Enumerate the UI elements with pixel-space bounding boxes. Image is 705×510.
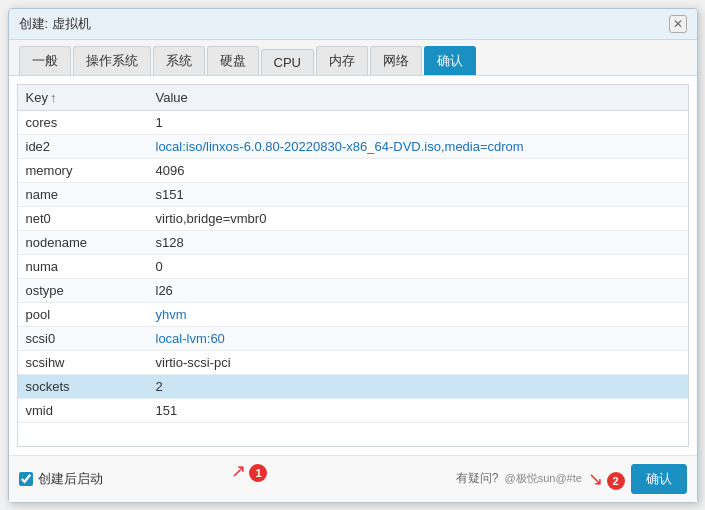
start-after-create-checkbox[interactable]: [19, 472, 33, 486]
sort-arrow-icon: ↑: [50, 90, 57, 105]
table-row-value: virtio,bridge=vmbr0: [148, 206, 688, 230]
table-row-key: cores: [18, 110, 148, 134]
footer-bar: 创建后启动 ↗ 1 有疑问? @极悦sun@#te ↘ 2 确认: [9, 455, 697, 502]
footer-buttons: 有疑问? @极悦sun@#te ↘ 2 确认: [456, 464, 687, 494]
tab-system[interactable]: 系统: [153, 46, 205, 75]
close-icon: ✕: [673, 17, 683, 31]
badge2: 2: [607, 472, 625, 490]
table-row-value: s151: [148, 182, 688, 206]
finish-button[interactable]: 确认: [631, 464, 687, 494]
config-table-wrapper: Key↑ Value cores1ide2local:iso/linxos-6.…: [17, 84, 689, 447]
table-row-key: vmid: [18, 398, 148, 422]
table-row-key: ostype: [18, 278, 148, 302]
create-vm-dialog: 创建: 虚拟机 ✕ 一般 操作系统 系统 硬盘 CPU 内存 网络 确认 Key…: [8, 8, 698, 503]
arrow1-icon: ↗: [231, 461, 246, 481]
start-after-create-label[interactable]: 创建后启动: [19, 470, 103, 488]
table-row-key: nodename: [18, 230, 148, 254]
tab-general[interactable]: 一般: [19, 46, 71, 75]
table-row-value: virtio-scsi-pci: [148, 350, 688, 374]
table-row-key: scsihw: [18, 350, 148, 374]
table-row-value: 1: [148, 110, 688, 134]
tab-memory[interactable]: 内存: [316, 46, 368, 75]
tab-cpu[interactable]: CPU: [261, 49, 314, 75]
table-row-key: net0: [18, 206, 148, 230]
table-row-key: memory: [18, 158, 148, 182]
table-row-value: s128: [148, 230, 688, 254]
table-row-value: 0: [148, 254, 688, 278]
content-area: Key↑ Value cores1ide2local:iso/linxos-6.…: [9, 76, 697, 455]
config-table: Key↑ Value cores1ide2local:iso/linxos-6.…: [18, 85, 688, 423]
tab-confirm[interactable]: 确认: [424, 46, 476, 75]
tab-bar: 一般 操作系统 系统 硬盘 CPU 内存 网络 确认: [9, 40, 697, 76]
table-row-key: pool: [18, 302, 148, 326]
table-row-key: scsi0: [18, 326, 148, 350]
tab-disk[interactable]: 硬盘: [207, 46, 259, 75]
col-header-key[interactable]: Key↑: [18, 85, 148, 111]
config-table-scroll[interactable]: Key↑ Value cores1ide2local:iso/linxos-6.…: [18, 85, 688, 446]
table-row-key: numa: [18, 254, 148, 278]
table-row-value: 2: [148, 374, 688, 398]
table-row-value: l26: [148, 278, 688, 302]
table-row-key: sockets: [18, 374, 148, 398]
badge1: 1: [249, 464, 267, 482]
dialog-title-bar: 创建: 虚拟机 ✕: [9, 9, 697, 40]
dialog-title: 创建: 虚拟机: [19, 15, 91, 33]
table-row-value: local-lvm:60: [148, 326, 688, 350]
watermark-text: @极悦sun@#te: [505, 471, 582, 486]
arrow2-icon: ↘: [588, 469, 603, 489]
close-button[interactable]: ✕: [669, 15, 687, 33]
tab-os[interactable]: 操作系统: [73, 46, 151, 75]
table-row-value: yhvm: [148, 302, 688, 326]
tab-network[interactable]: 网络: [370, 46, 422, 75]
table-row-key: name: [18, 182, 148, 206]
table-row-value: local:iso/linxos-6.0.80-20220830-x86_64-…: [148, 134, 688, 158]
start-after-create-text: 创建后启动: [38, 470, 103, 488]
table-row-value: 4096: [148, 158, 688, 182]
help-text: 有疑问?: [456, 470, 499, 487]
table-row-key: ide2: [18, 134, 148, 158]
table-row-value: 151: [148, 398, 688, 422]
col-header-value: Value: [148, 85, 688, 111]
